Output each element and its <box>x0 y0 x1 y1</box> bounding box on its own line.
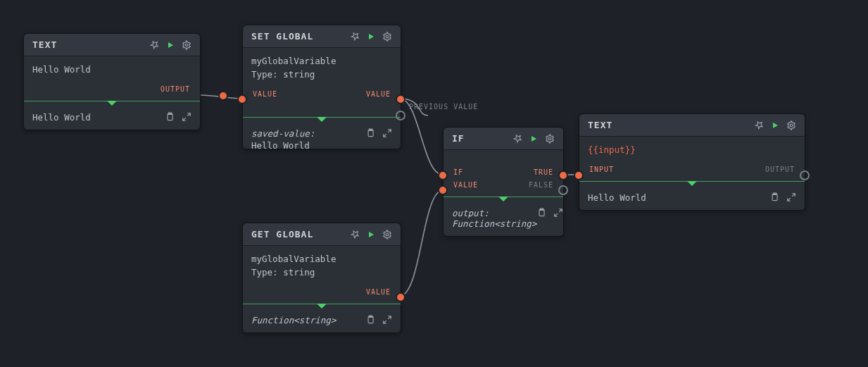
separator <box>444 197 563 197</box>
clipboard-icon[interactable] <box>165 112 175 122</box>
expand-icon[interactable] <box>382 128 392 138</box>
gear-icon[interactable] <box>182 40 191 50</box>
svg-point-9 <box>548 137 551 140</box>
node-if[interactable]: IF IF TRUE VALUE FALSE output: Function<… <box>443 127 564 237</box>
caret-down-icon <box>444 197 563 202</box>
separator <box>24 101 200 101</box>
play-icon[interactable] <box>367 32 375 41</box>
variable-name: myGlobalVariable <box>251 253 392 266</box>
port-value-in[interactable] <box>438 185 448 195</box>
caret-down-icon <box>243 117 401 123</box>
saved-value-text: Hello World <box>243 140 401 149</box>
pin-icon[interactable] <box>351 32 360 41</box>
port-label-value-out: VALUE <box>366 288 391 296</box>
node-title: TEXT <box>588 120 612 130</box>
port-value-out[interactable] <box>396 292 405 302</box>
variable-type: Type: string <box>251 266 392 280</box>
separator <box>579 181 805 182</box>
port-label-output: OUTPUT <box>161 85 190 93</box>
node-titlebar[interactable]: IF <box>444 127 563 150</box>
port-label-value-in: VALUE <box>253 90 277 98</box>
expand-icon[interactable] <box>553 208 563 218</box>
port-output[interactable] <box>218 91 228 101</box>
port-label-value-in: VALUE <box>453 181 478 189</box>
gear-icon[interactable] <box>786 120 796 130</box>
gear-icon[interactable] <box>382 230 392 240</box>
clipboard-icon[interactable] <box>365 128 375 138</box>
output-label: output: <box>452 208 536 218</box>
node-titlebar[interactable]: TEXT <box>579 114 805 137</box>
node-output-value: Hello World <box>588 192 646 203</box>
separator <box>243 304 401 304</box>
node-output-value: Function<string> <box>251 315 336 325</box>
node-titlebar[interactable]: GET GLOBAL <box>243 223 401 246</box>
port-label-previous-value: PREVIOUS VALUE <box>409 103 478 111</box>
port-false-out[interactable] <box>558 185 568 195</box>
caret-down-icon <box>579 181 805 187</box>
port-if-in[interactable] <box>438 170 448 180</box>
port-true-out[interactable] <box>558 170 568 180</box>
node-titlebar[interactable]: SET GLOBAL <box>243 25 401 48</box>
clipboard-icon[interactable] <box>365 315 375 325</box>
node-get-global[interactable]: GET GLOBAL myGlobalVariable Type: string… <box>242 223 401 333</box>
svg-point-6 <box>386 233 389 236</box>
play-icon[interactable] <box>367 230 375 239</box>
variable-type: Type: string <box>251 68 392 82</box>
clipboard-icon[interactable] <box>536 208 546 218</box>
port-label-value-out: VALUE <box>366 90 391 98</box>
node-text-2[interactable]: TEXT {{input}} INPUT OUTPUT Hello World <box>579 113 805 211</box>
svg-point-0 <box>185 44 188 46</box>
pin-icon[interactable] <box>755 120 764 130</box>
output-value: Function<string> <box>452 218 536 229</box>
node-text-1[interactable]: TEXT Hello World OUTPUT Hello World <box>23 33 201 130</box>
port-label-if: IF <box>453 168 463 176</box>
pin-icon[interactable] <box>351 230 360 239</box>
port-input[interactable] <box>574 170 584 180</box>
port-label-true: TRUE <box>534 168 553 176</box>
port-label-output: OUTPUT <box>765 166 795 173</box>
node-set-global[interactable]: SET GLOBAL myGlobalVariable Type: string… <box>242 25 401 149</box>
node-title: IF <box>452 133 465 144</box>
node-output-value: Hello World <box>32 112 91 123</box>
node-title: GET GLOBAL <box>251 229 313 240</box>
separator <box>243 117 401 118</box>
play-icon[interactable] <box>771 121 779 130</box>
play-icon[interactable] <box>529 135 538 143</box>
expand-icon[interactable] <box>382 315 392 325</box>
port-value-out[interactable] <box>396 94 405 104</box>
saved-value-label: saved-value: <box>251 128 315 139</box>
port-label-input: INPUT <box>589 166 614 173</box>
node-body-text: {{input}} <box>588 144 636 155</box>
gear-icon[interactable] <box>382 32 392 42</box>
clipboard-icon[interactable] <box>769 192 779 202</box>
port-value-in[interactable] <box>237 94 247 104</box>
variable-name: myGlobalVariable <box>251 55 392 68</box>
node-title: SET GLOBAL <box>251 31 313 42</box>
pin-icon[interactable] <box>513 134 522 143</box>
expand-icon[interactable] <box>182 112 191 122</box>
caret-down-icon <box>243 304 401 309</box>
node-body-text: Hello World <box>24 56 200 84</box>
node-titlebar[interactable]: TEXT <box>24 34 200 56</box>
gear-icon[interactable] <box>545 134 555 144</box>
play-icon[interactable] <box>166 41 175 49</box>
port-label-false: FALSE <box>529 181 553 189</box>
expand-icon[interactable] <box>786 192 796 202</box>
pin-icon[interactable] <box>150 40 159 49</box>
port-output[interactable] <box>800 170 810 180</box>
node-title: TEXT <box>32 39 57 50</box>
node-graph-canvas[interactable]: { "labels":{ "output":"OUTPUT","value":"… <box>0 0 868 367</box>
svg-point-12 <box>790 124 793 127</box>
port-previous-value[interactable] <box>396 111 405 120</box>
caret-down-icon <box>24 101 200 106</box>
svg-point-3 <box>386 35 389 38</box>
